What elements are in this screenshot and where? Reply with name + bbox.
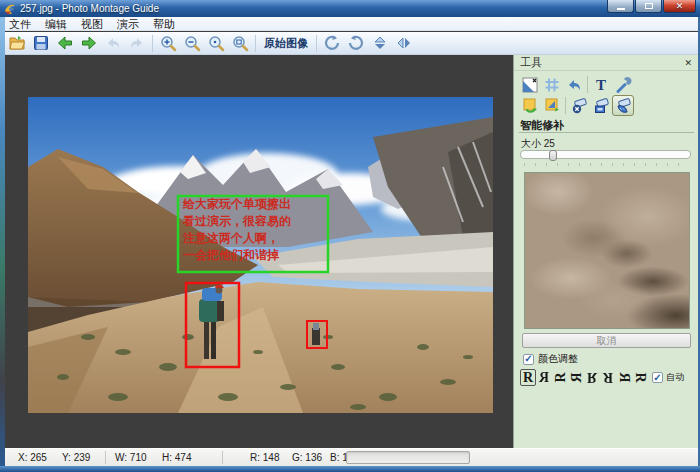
window-title: 257.jpg - Photo Montage Guide bbox=[20, 3, 159, 14]
menu-view[interactable]: 视图 bbox=[74, 17, 110, 31]
crop-icon bbox=[543, 76, 561, 94]
status-x: X: 265 bbox=[18, 452, 47, 463]
section-rule bbox=[519, 132, 694, 133]
section-title: 智能修补 bbox=[520, 118, 564, 133]
status-h: H: 474 bbox=[162, 452, 191, 463]
rotate-ccw-button[interactable] bbox=[320, 33, 344, 54]
flip-horizontal-button[interactable] bbox=[392, 33, 416, 54]
minimize-button[interactable] bbox=[607, 0, 634, 13]
orientation-option-4[interactable]: R bbox=[584, 369, 600, 386]
zoom-in-icon bbox=[159, 34, 177, 52]
zoom-actual-button[interactable] bbox=[204, 33, 228, 54]
open-button[interactable] bbox=[5, 33, 29, 54]
eraser-delete-tool-button[interactable] bbox=[568, 95, 590, 116]
app-icon bbox=[4, 3, 16, 15]
orientation-option-2[interactable]: R bbox=[552, 370, 569, 386]
zoom-in-button[interactable] bbox=[156, 33, 180, 54]
menu-help[interactable]: 帮助 bbox=[146, 17, 182, 31]
undo-tool-button[interactable] bbox=[563, 74, 585, 95]
size-slider-thumb[interactable] bbox=[549, 150, 557, 161]
annotation-line: 一会把他们和谐掉 bbox=[183, 247, 323, 264]
orientation-row: R R R R R R R R ✓ 自动 bbox=[520, 369, 684, 386]
text-icon: T bbox=[592, 76, 610, 94]
zoom-fit-icon bbox=[231, 34, 249, 52]
zoom-out-icon bbox=[183, 34, 201, 52]
window-frame-bottom bbox=[0, 466, 700, 472]
transform-skew-icon bbox=[543, 96, 562, 115]
panel-separator bbox=[565, 97, 566, 114]
annotation-line: 给大家玩个单项擦出 bbox=[183, 196, 323, 213]
texture-preview bbox=[524, 172, 690, 329]
maximize-icon bbox=[645, 3, 653, 9]
panel-separator bbox=[587, 76, 588, 93]
resize-tool-button[interactable] bbox=[519, 74, 541, 95]
close-button[interactable]: ✕ bbox=[663, 0, 696, 13]
status-g: G: 136 bbox=[292, 452, 322, 463]
status-bar: X: 265 Y: 239 W: 710 H: 474 R: 148 G: 13… bbox=[5, 448, 698, 466]
color-adjust-checkbox[interactable]: ✓ bbox=[523, 354, 534, 365]
color-adjust-label: 颜色调整 bbox=[538, 352, 578, 366]
transform-rotate-tool-button[interactable] bbox=[519, 95, 541, 116]
annotation-line: 看过演示，很容易的 bbox=[183, 213, 323, 230]
transform-skew-tool-button[interactable] bbox=[541, 95, 563, 116]
eraser-area-tool-button[interactable] bbox=[590, 95, 612, 116]
status-y: Y: 239 bbox=[62, 452, 90, 463]
save-button[interactable] bbox=[29, 33, 53, 54]
zoom-actual-icon bbox=[207, 34, 225, 52]
orientation-option-5[interactable]: R bbox=[600, 369, 616, 386]
main-toolbar: 原始图像 bbox=[2, 32, 698, 55]
retouch-tool-button[interactable] bbox=[612, 74, 634, 95]
zoom-fit-button[interactable] bbox=[228, 33, 252, 54]
maximize-button[interactable] bbox=[635, 0, 662, 13]
orientation-option-7[interactable]: R bbox=[632, 370, 649, 386]
forward-button[interactable] bbox=[77, 33, 101, 54]
redo-button[interactable] bbox=[125, 33, 149, 54]
save-icon bbox=[32, 34, 50, 52]
orientation-option-3[interactable]: R bbox=[568, 370, 585, 386]
undo-icon bbox=[104, 34, 122, 52]
brush-size-label: 大小 25 bbox=[521, 137, 555, 151]
rotate-cw-button[interactable] bbox=[344, 33, 368, 54]
panel-close-icon[interactable]: ✕ bbox=[684, 58, 692, 68]
cancel-button[interactable]: 取消 bbox=[522, 333, 691, 348]
flip-vertical-button[interactable] bbox=[368, 33, 392, 54]
close-icon: ✕ bbox=[676, 2, 684, 11]
editor-canvas[interactable]: 给大家玩个单项擦出 看过演示，很容易的 注意这两个人啊， 一会把他们和谐掉 bbox=[5, 55, 513, 448]
annotation-text: 给大家玩个单项擦出 看过演示，很容易的 注意这两个人啊， 一会把他们和谐掉 bbox=[183, 196, 323, 264]
original-image-button[interactable]: 原始图像 bbox=[259, 34, 313, 53]
photo-image[interactable]: 给大家玩个单项擦出 看过演示，很容易的 注意这两个人啊， 一会把他们和谐掉 bbox=[28, 97, 493, 413]
status-divider bbox=[222, 451, 223, 464]
orientation-option-1[interactable]: R bbox=[536, 369, 552, 386]
slider-ticks bbox=[524, 163, 688, 166]
smart-repair-tool-button[interactable] bbox=[612, 95, 634, 116]
auto-checkbox[interactable]: ✓ bbox=[652, 372, 663, 383]
resize-icon bbox=[521, 76, 539, 94]
open-icon bbox=[8, 34, 26, 52]
rotate-cw-icon bbox=[347, 34, 365, 52]
forward-icon bbox=[80, 34, 98, 52]
color-adjust-row: ✓ 颜色调整 bbox=[523, 352, 578, 366]
status-progress-box bbox=[346, 451, 470, 464]
orientation-option-0[interactable]: R bbox=[520, 369, 536, 386]
text-tool-button[interactable]: T bbox=[590, 74, 612, 95]
orientation-option-6[interactable]: R bbox=[616, 370, 633, 386]
menu-bar: 文件 编辑 视图 演示 帮助 bbox=[2, 17, 698, 31]
eraser-area-icon bbox=[592, 96, 611, 115]
size-slider[interactable] bbox=[520, 150, 691, 159]
back-button[interactable] bbox=[53, 33, 77, 54]
menu-edit[interactable]: 编辑 bbox=[38, 17, 74, 31]
zoom-out-button[interactable] bbox=[180, 33, 204, 54]
menu-demo[interactable]: 演示 bbox=[110, 17, 146, 31]
back-icon bbox=[56, 34, 74, 52]
title-bar[interactable]: 257.jpg - Photo Montage Guide ✕ bbox=[0, 0, 700, 17]
menu-file[interactable]: 文件 bbox=[2, 17, 38, 31]
crop-tool-button[interactable] bbox=[541, 74, 563, 95]
tools-panel: 工具 ✕ bbox=[513, 55, 698, 448]
status-w: W: 710 bbox=[115, 452, 147, 463]
status-r: R: 148 bbox=[250, 452, 279, 463]
toolbar-separator bbox=[255, 35, 256, 52]
undo-button[interactable] bbox=[101, 33, 125, 54]
redo-icon bbox=[128, 34, 146, 52]
smart-repair-icon bbox=[614, 96, 633, 115]
transform-rotate-icon bbox=[521, 96, 540, 115]
